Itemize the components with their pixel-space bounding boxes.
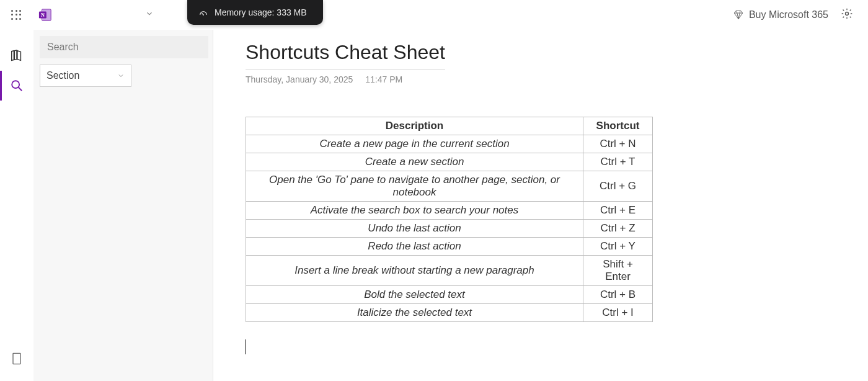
- table-row: Bold the selected textCtrl + B: [246, 286, 653, 304]
- cell-description[interactable]: Open the 'Go To' pane to navigate to ano…: [246, 171, 583, 202]
- app-header: N Memory usage: 333 MB Buy Microsoft 365: [0, 0, 868, 30]
- th-shortcut: Shortcut: [583, 117, 653, 135]
- svg-point-5: [846, 12, 849, 15]
- table-row: Open the 'Go To' pane to navigate to ano…: [246, 171, 653, 202]
- th-description: Description: [246, 117, 583, 135]
- page-icon: [12, 352, 22, 365]
- chevron-down-icon: [145, 9, 154, 18]
- note-canvas[interactable]: Shortcuts Cheat Sheet Thursday, January …: [213, 30, 868, 381]
- table-row: Activate the search box to search your n…: [246, 202, 653, 220]
- gear-icon: [841, 7, 853, 20]
- waffle-icon: [11, 9, 22, 20]
- cell-description[interactable]: Create a new section: [246, 153, 583, 171]
- section-scope-dropdown[interactable]: Section: [40, 65, 131, 87]
- memory-usage-label: Memory usage: 333 MB: [215, 7, 307, 17]
- table-row: Undo the last actionCtrl + Z: [246, 220, 653, 238]
- memory-usage-toast: Memory usage: 333 MB: [187, 0, 323, 25]
- books-icon: [10, 49, 24, 63]
- page-date: Thursday, January 30, 2025: [246, 74, 353, 84]
- text-cursor: [246, 339, 246, 354]
- cell-shortcut[interactable]: Ctrl + I: [583, 304, 653, 322]
- page-title[interactable]: Shortcuts Cheat Sheet: [246, 41, 445, 69]
- table-row: Create a new page in the current section…: [246, 135, 653, 153]
- buy-microsoft-365-button[interactable]: Buy Microsoft 365: [733, 9, 828, 20]
- svg-text:N: N: [41, 12, 45, 18]
- cell-shortcut[interactable]: Ctrl + Z: [583, 220, 653, 238]
- rail-notebooks[interactable]: [0, 41, 33, 71]
- chevron-down-icon: [117, 72, 125, 79]
- cell-shortcut[interactable]: Ctrl + E: [583, 202, 653, 220]
- cell-shortcut[interactable]: Ctrl + B: [583, 286, 653, 304]
- svg-rect-8: [13, 353, 20, 364]
- rail-page-icon[interactable]: [0, 344, 33, 374]
- search-icon: [10, 79, 24, 92]
- app-launcher-button[interactable]: [7, 6, 25, 24]
- svg-line-7: [19, 87, 22, 91]
- cell-description[interactable]: Insert a line break without starting a n…: [246, 256, 583, 286]
- cell-shortcut[interactable]: Ctrl + T: [583, 153, 653, 171]
- table-row: Insert a line break without starting a n…: [246, 256, 653, 286]
- gauge-icon: [198, 7, 208, 17]
- search-sidebar: Section: [33, 30, 213, 381]
- cell-shortcut[interactable]: Shift + Enter: [583, 256, 653, 286]
- buy-microsoft-365-label: Buy Microsoft 365: [749, 9, 828, 20]
- shortcuts-table: Description Shortcut Create a new page i…: [246, 117, 653, 322]
- section-scope-label: Section: [46, 70, 79, 81]
- svg-point-6: [12, 81, 19, 88]
- rail-search[interactable]: [0, 71, 33, 101]
- cell-description[interactable]: Bold the selected text: [246, 286, 583, 304]
- cell-description[interactable]: Create a new page in the current section: [246, 135, 583, 153]
- notebook-dropdown[interactable]: [145, 9, 154, 20]
- cell-description[interactable]: Activate the search box to search your n…: [246, 202, 583, 220]
- cell-shortcut[interactable]: Ctrl + Y: [583, 238, 653, 256]
- left-rail: [0, 30, 33, 381]
- diamond-icon: [733, 9, 744, 20]
- page-meta: Thursday, January 30, 2025 11:47 PM: [246, 74, 868, 84]
- onenote-logo-icon: N: [38, 8, 52, 22]
- cell-description[interactable]: Redo the last action: [246, 238, 583, 256]
- table-row: Redo the last actionCtrl + Y: [246, 238, 653, 256]
- cell-description[interactable]: Italicize the selected text: [246, 304, 583, 322]
- cell-description[interactable]: Undo the last action: [246, 220, 583, 238]
- table-header-row: Description Shortcut: [246, 117, 653, 135]
- search-input[interactable]: [40, 36, 208, 58]
- cell-shortcut[interactable]: Ctrl + G: [583, 171, 653, 202]
- page-time: 11:47 PM: [365, 74, 402, 84]
- svg-line-4: [202, 13, 203, 15]
- table-row: Create a new sectionCtrl + T: [246, 153, 653, 171]
- cell-shortcut[interactable]: Ctrl + N: [583, 135, 653, 153]
- table-row: Italicize the selected textCtrl + I: [246, 304, 653, 322]
- settings-button[interactable]: [841, 7, 853, 22]
